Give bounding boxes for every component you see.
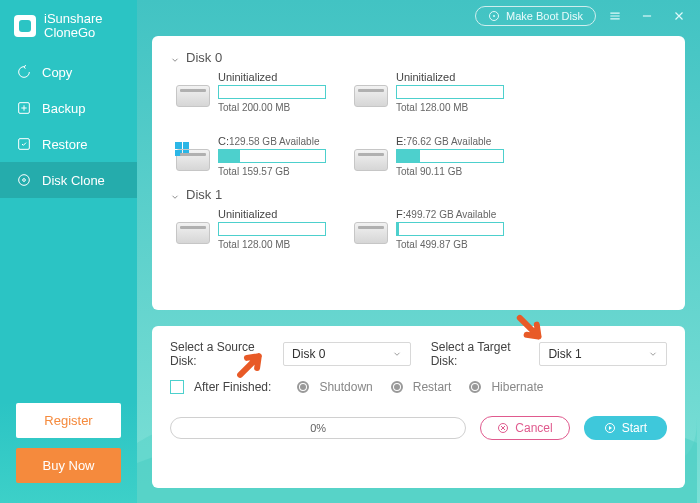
app-brand: iSunshareCloneGo xyxy=(0,0,137,48)
start-button[interactable]: Start xyxy=(584,416,667,440)
partition[interactable]: F:499.72 GB AvailableTotal 499.87 GB xyxy=(354,208,504,250)
partition-label: C:129.58 GB Available xyxy=(218,135,326,147)
make-boot-disk-button[interactable]: Make Boot Disk xyxy=(475,6,596,26)
play-icon xyxy=(604,422,616,434)
disk-icon xyxy=(176,149,210,171)
disk-icon xyxy=(176,222,210,244)
partition[interactable]: UninitializedTotal 200.00 MB xyxy=(176,71,326,113)
restart-radio[interactable] xyxy=(391,381,403,393)
chevron-down-icon xyxy=(392,349,402,359)
usage-bar xyxy=(218,149,326,163)
menu-button[interactable] xyxy=(602,5,628,27)
cancel-icon xyxy=(497,422,509,434)
after-finished-checkbox[interactable] xyxy=(170,380,184,394)
nav-backup[interactable]: Backup xyxy=(0,90,137,126)
disk-clone-icon xyxy=(16,172,32,188)
nav-restore[interactable]: Restore xyxy=(0,126,137,162)
nav-label: Backup xyxy=(42,101,85,116)
progress-bar: 0% xyxy=(170,417,466,439)
partition[interactable]: UninitializedTotal 128.00 MB xyxy=(354,71,504,113)
partition-label: F:499.72 GB Available xyxy=(396,208,504,220)
partition[interactable]: E:76.62 GB AvailableTotal 90.11 GB xyxy=(354,135,504,177)
disk-icon xyxy=(354,149,388,171)
minimize-button[interactable] xyxy=(634,5,660,27)
windows-icon xyxy=(175,142,189,156)
backup-icon xyxy=(16,100,32,116)
brand-icon xyxy=(14,15,36,37)
usage-bar xyxy=(218,222,326,236)
partition-label: Uninitialized xyxy=(396,71,504,83)
usage-bar xyxy=(396,149,504,163)
partition-total: Total 159.57 GB xyxy=(218,166,326,177)
annotation-arrow-source xyxy=(235,346,269,380)
nav-copy[interactable]: Copy xyxy=(0,54,137,90)
disk-icon xyxy=(354,85,388,107)
source-disk-select[interactable]: Disk 0 xyxy=(283,342,411,366)
usage-bar xyxy=(396,85,504,99)
shutdown-radio[interactable] xyxy=(297,381,309,393)
chevron-down-icon xyxy=(170,53,180,63)
partition-total: Total 128.00 MB xyxy=(396,102,504,113)
partition-total: Total 499.87 GB xyxy=(396,239,504,250)
chevron-down-icon xyxy=(648,349,658,359)
annotation-arrow-target xyxy=(513,311,547,345)
partition[interactable]: C:129.58 GB AvailableTotal 159.57 GB xyxy=(176,135,326,177)
partition-total: Total 128.00 MB xyxy=(218,239,326,250)
partition-total: Total 200.00 MB xyxy=(218,102,326,113)
svg-point-2 xyxy=(19,175,30,186)
disk-icon xyxy=(176,85,210,107)
svg-point-5 xyxy=(493,15,495,17)
disc-icon xyxy=(488,10,500,22)
register-button[interactable]: Register xyxy=(16,403,121,438)
partition-label: E:76.62 GB Available xyxy=(396,135,504,147)
after-finished-label: After Finished: xyxy=(194,380,271,394)
chevron-down-icon xyxy=(170,190,180,200)
nav-label: Copy xyxy=(42,65,72,80)
disk-header[interactable]: Disk 0 xyxy=(170,50,667,65)
partition[interactable]: UninitializedTotal 128.00 MB xyxy=(176,208,326,250)
partition-label: Uninitialized xyxy=(218,71,326,83)
disk-header[interactable]: Disk 1 xyxy=(170,187,667,202)
svg-point-3 xyxy=(23,179,26,182)
nav-label: Restore xyxy=(42,137,88,152)
hibernate-radio[interactable] xyxy=(469,381,481,393)
disk-icon xyxy=(354,222,388,244)
close-button[interactable] xyxy=(666,5,692,27)
copy-icon xyxy=(16,64,32,80)
usage-bar xyxy=(396,222,504,236)
partition-total: Total 90.11 GB xyxy=(396,166,504,177)
usage-bar xyxy=(218,85,326,99)
options-panel: Select a Source Disk: Disk 0 Select a Ta… xyxy=(152,326,685,488)
nav-label: Disk Clone xyxy=(42,173,105,188)
partition-label: Uninitialized xyxy=(218,208,326,220)
cancel-button[interactable]: Cancel xyxy=(480,416,569,440)
buy-now-button[interactable]: Buy Now xyxy=(16,448,121,483)
target-disk-select[interactable]: Disk 1 xyxy=(539,342,667,366)
nav-disk-clone[interactable]: Disk Clone xyxy=(0,162,137,198)
disk-list-panel: Disk 0UninitializedTotal 200.00 MBUninit… xyxy=(152,36,685,310)
restore-icon xyxy=(16,136,32,152)
